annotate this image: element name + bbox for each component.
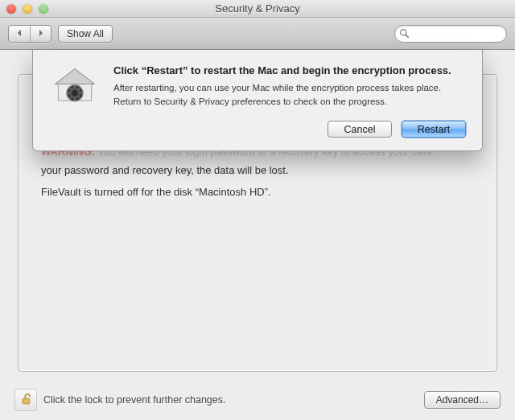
filevault-status-line: FileVault is turned off for the disk “Ma…	[41, 186, 474, 198]
restart-sheet: Click “Restart” to restart the Mac and b…	[32, 50, 483, 151]
window-title: Security & Privacy	[0, 2, 515, 14]
sheet-icon-column	[49, 64, 101, 138]
unlocked-padlock-icon	[19, 392, 33, 409]
svg-marker-4	[56, 69, 95, 84]
lock-help-text: Click the lock to prevent further change…	[43, 394, 424, 406]
recovery-line: your password and recovery key, the data…	[41, 164, 474, 176]
sheet-title: Click “Restart” to restart the Mac and b…	[113, 64, 466, 76]
advanced-button[interactable]: Advanced…	[424, 391, 501, 409]
cancel-button[interactable]: Cancel	[328, 121, 392, 138]
svg-line-1	[406, 35, 408, 37]
show-all-button[interactable]: Show All	[58, 25, 113, 43]
chevron-left-icon	[15, 27, 23, 39]
nav-back-button[interactable]	[9, 26, 30, 42]
svg-rect-2	[23, 398, 30, 404]
window-zoom-button[interactable]	[39, 4, 48, 14]
lock-button[interactable]	[14, 389, 37, 411]
svg-point-8	[72, 90, 78, 97]
toolbar: Show All	[0, 18, 515, 50]
titlebar: Security & Privacy	[0, 0, 515, 18]
traffic-lights	[0, 4, 48, 14]
sheet-text-column: Click “Restart” to restart the Mac and b…	[113, 64, 466, 138]
restart-button[interactable]: Restart	[402, 121, 466, 138]
house-safe-dial-icon	[51, 64, 99, 138]
search-field-wrap	[394, 25, 507, 43]
window-minimize-button[interactable]	[23, 4, 32, 14]
chevron-right-icon	[37, 27, 45, 39]
search-input[interactable]	[394, 25, 507, 43]
sheet-button-row: Cancel Restart	[113, 121, 466, 138]
nav-forward-button[interactable]	[30, 26, 51, 42]
nav-back-forward	[8, 25, 52, 43]
bottom-bar: Click the lock to prevent further change…	[0, 380, 515, 420]
window-close-button[interactable]	[6, 4, 16, 14]
sheet-message: After restarting, you can use your Mac w…	[113, 81, 466, 108]
